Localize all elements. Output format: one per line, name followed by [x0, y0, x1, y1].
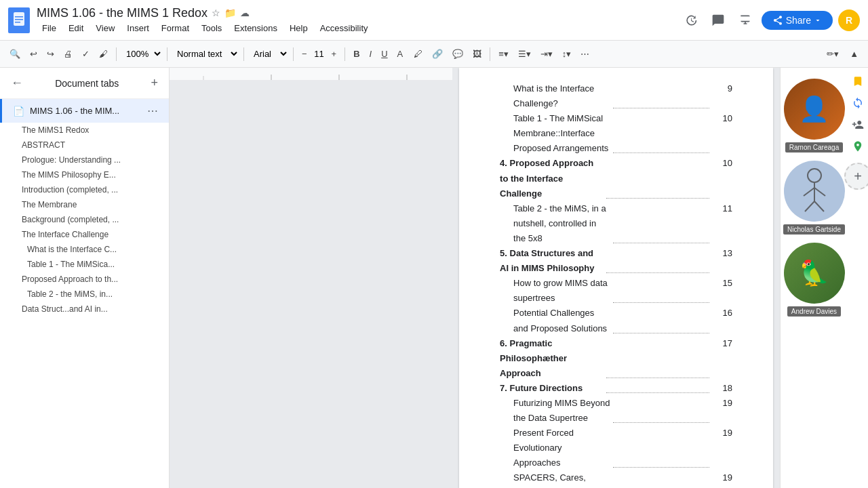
doc-item-icon: 📄: [13, 106, 24, 117]
outline-item-8[interactable]: What is the Interface C...: [0, 242, 169, 257]
redo-button[interactable]: ↪: [43, 46, 58, 62]
document-area: What is the Interface Challenge?9Table 1…: [170, 68, 780, 488]
list-button[interactable]: ☰▾: [514, 46, 535, 62]
collapse-toolbar-button[interactable]: ▲: [846, 46, 863, 62]
toc-dots-8: [606, 378, 709, 393]
folder-icon[interactable]: 📁: [224, 7, 236, 18]
style-select[interactable]: Normal text: [172, 47, 239, 61]
maps-pin-icon[interactable]: [850, 138, 866, 155]
sidebar-back-button[interactable]: ←: [11, 76, 23, 90]
highlight-button[interactable]: 🖊: [410, 46, 427, 62]
google-docs-icon: [8, 7, 30, 33]
outline-item-7[interactable]: The Interface Challenge: [0, 227, 169, 242]
menu-format[interactable]: Format: [156, 22, 195, 35]
participant-avatar-nicholas: [784, 161, 845, 222]
document-paper: What is the Interface Challenge?9Table 1…: [459, 68, 773, 488]
person-add-icon[interactable]: [850, 117, 866, 133]
toc-text-1: Table 1 - The MiMSical Membrane::Interfa…: [500, 111, 610, 156]
italic-button[interactable]: I: [366, 46, 376, 62]
outline-item-10[interactable]: Proposed Approach to th...: [0, 272, 169, 287]
menu-accessibility[interactable]: Accessibility: [315, 22, 374, 35]
history-button[interactable]: [680, 9, 702, 31]
toc-dots-0: [613, 79, 709, 108]
paint-format-button[interactable]: 🖌: [95, 46, 112, 62]
align-button[interactable]: ≡▾: [494, 46, 513, 62]
toc-entry-9: Futurizing MIMS Beyond the Data Supertre…: [500, 396, 732, 426]
menu-tools[interactable]: Tools: [196, 22, 227, 35]
separator-1: [116, 47, 117, 61]
outline-item-4[interactable]: Introduction (completed, ...: [0, 182, 169, 197]
participant-name-andrew: Andrew Davies: [787, 306, 841, 317]
outline-item-9[interactable]: Table 1 - The MiMSica...: [0, 257, 169, 272]
participant-ramon: 👤 Ramon Careaga: [781, 79, 848, 152]
toc-container: What is the Interface Challenge?9Table 1…: [500, 81, 732, 488]
outline-item-11[interactable]: Table 2 - the MiMS, in...: [0, 287, 169, 302]
participant-avatar-andrew: 🦜: [784, 243, 845, 304]
toc-dots-11: [613, 468, 709, 488]
toc-text-11: SPACERS, Cares, Project Power Curves, an…: [500, 470, 610, 488]
more-button[interactable]: ⋯: [576, 46, 593, 62]
menu-file[interactable]: File: [37, 22, 62, 35]
comment-button[interactable]: 💬: [448, 46, 467, 62]
present-button[interactable]: [734, 9, 756, 31]
participant-name-ramon: Ramon Careaga: [785, 142, 843, 152]
font-size-increase[interactable]: +: [328, 46, 341, 62]
menu-help[interactable]: Help: [284, 22, 313, 35]
top-bar: MIMS 1.06 - the MIMS 1 Redox ☆ 📁 ☁ File …: [0, 0, 868, 41]
spellcheck-button[interactable]: ✓: [78, 46, 94, 62]
outline-item-6[interactable]: Background (completed, ...: [0, 212, 169, 227]
bookmark-icon[interactable]: [850, 73, 866, 89]
indent-button[interactable]: ⇥▾: [536, 46, 557, 62]
svg-rect-2: [15, 19, 23, 20]
toc-text-7: 6. Pragmatic Philosophæther Approach: [500, 336, 603, 381]
line-spacing-button[interactable]: ↕▾: [558, 46, 576, 62]
menu-insert[interactable]: Insert: [121, 22, 155, 35]
star-icon[interactable]: ☆: [212, 7, 220, 18]
share-button[interactable]: Share: [762, 11, 833, 30]
chat-button[interactable]: [707, 9, 729, 31]
outline-item-1[interactable]: ABSTRACT: [0, 138, 169, 152]
bold-button[interactable]: B: [349, 46, 363, 62]
outline-item-2[interactable]: Prologue: Understanding ...: [0, 152, 169, 167]
toc-num-2: 10: [712, 156, 732, 201]
print-button[interactable]: 🖨: [60, 46, 77, 62]
toc-dots-9: [613, 393, 709, 423]
font-size-decrease[interactable]: −: [298, 46, 311, 62]
add-participant-button[interactable]: +: [844, 163, 868, 190]
outline-item-12[interactable]: Data Struct...and AI in...: [0, 302, 169, 317]
doc-title[interactable]: MIMS 1.06 - the MIMS 1 Redox: [37, 6, 208, 20]
ruler: [170, 68, 452, 80]
toc-num-1: 10: [712, 111, 732, 156]
toc-num-3: 11: [712, 201, 732, 246]
sync-icon[interactable]: [850, 95, 866, 111]
toc-num-9: 19: [712, 396, 732, 426]
add-tab-button[interactable]: +: [151, 76, 158, 90]
separator-5: [344, 47, 345, 61]
cloud-icon[interactable]: ☁: [240, 7, 250, 18]
doc-item-more-button[interactable]: ⋯: [147, 104, 158, 117]
font-size-value: 11: [313, 49, 326, 59]
toc-text-6: Potential Challenges and Proposed Soluti…: [500, 306, 610, 336]
image-button[interactable]: 🖼: [469, 46, 486, 62]
outline-item-0[interactable]: The MiMS1 Redox: [0, 123, 169, 138]
outline-item-3[interactable]: The MIMS Philosophy E...: [0, 167, 169, 182]
toc-dots-6: [613, 303, 709, 333]
outline-item-5[interactable]: The Membrane: [0, 197, 169, 212]
user-avatar[interactable]: R: [838, 9, 860, 31]
font-select[interactable]: Arial: [248, 47, 289, 61]
menu-view[interactable]: View: [90, 22, 120, 35]
link-button[interactable]: 🔗: [428, 46, 447, 62]
undo-button[interactable]: ↩: [26, 46, 41, 62]
svg-line-18: [805, 201, 814, 211]
doc-item-name: MIMS 1.06 - the MIM...: [30, 106, 147, 116]
underline-button[interactable]: U: [377, 46, 391, 62]
edit-pencil-button[interactable]: ✏▾: [823, 46, 843, 62]
sidebar-active-doc[interactable]: 📄 MIMS 1.06 - the MIM... ⋯: [0, 99, 169, 123]
menu-edit[interactable]: Edit: [63, 22, 89, 35]
toc-entry-4: 5. Data Structures and AI in MIMS Philos…: [500, 246, 732, 276]
menu-extensions[interactable]: Extensions: [229, 22, 283, 35]
toc-num-8: 18: [712, 381, 732, 396]
zoom-select[interactable]: 100%: [121, 47, 163, 61]
search-button[interactable]: 🔍: [5, 46, 24, 62]
text-color-button[interactable]: A: [393, 46, 409, 62]
